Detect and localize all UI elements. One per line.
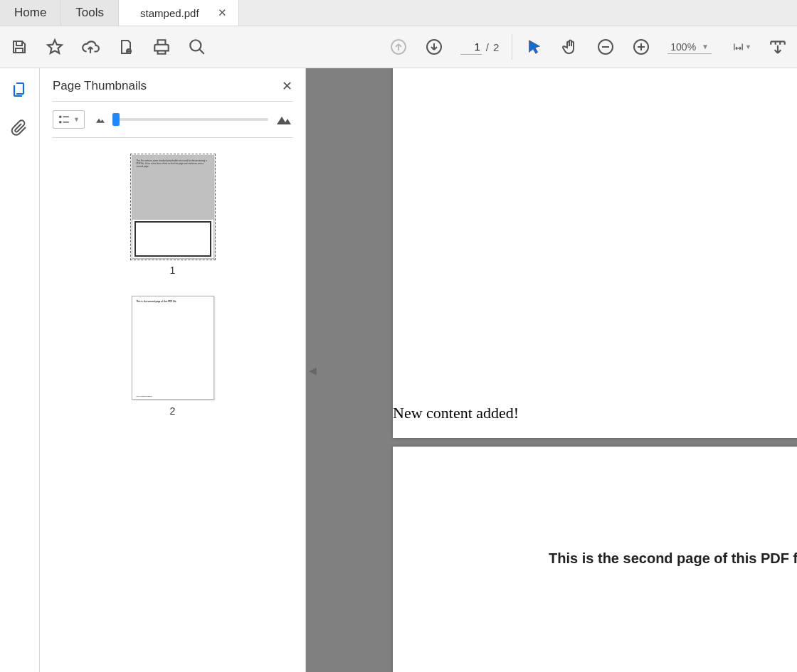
cloud-upload-icon[interactable] bbox=[81, 38, 100, 56]
thumb-size-slider[interactable] bbox=[113, 118, 268, 121]
page-lock-icon[interactable] bbox=[117, 38, 135, 56]
tab-tools[interactable]: Tools bbox=[61, 0, 119, 26]
page2-body-text: This is the second page of this PDF file… bbox=[461, 550, 797, 567]
tab-file[interactable]: stamped.pdf ✕ bbox=[119, 0, 239, 26]
panel-title: Page Thumbnails bbox=[53, 79, 147, 93]
attachments-rail-icon[interactable] bbox=[11, 119, 29, 138]
search-icon[interactable] bbox=[188, 38, 206, 56]
large-thumb-icon bbox=[275, 111, 292, 128]
file-tab-title: stamped.pdf bbox=[140, 7, 199, 19]
page-1: New content added! bbox=[393, 68, 797, 438]
left-rail bbox=[0, 68, 40, 672]
svg-rect-7 bbox=[59, 116, 61, 118]
current-page-input[interactable] bbox=[460, 39, 482, 55]
hand-tool-icon[interactable] bbox=[561, 38, 579, 56]
tab-home[interactable]: Home bbox=[0, 0, 61, 26]
document-area[interactable]: ◀ New content added! This is the second … bbox=[306, 68, 797, 672]
star-icon[interactable] bbox=[46, 38, 64, 56]
thumbnails-list: This file contains some standard placeho… bbox=[40, 138, 305, 672]
added-content-text: New content added! bbox=[393, 404, 519, 422]
thumbnail-1[interactable]: This file contains some standard placeho… bbox=[132, 155, 214, 276]
close-tab-button[interactable]: ✕ bbox=[218, 6, 227, 19]
page-sep-label: / bbox=[486, 41, 489, 53]
document-canvas: New content added! This is the second pa… bbox=[393, 68, 797, 672]
zoom-select[interactable]: 100% ▼ bbox=[667, 41, 712, 54]
page-2: This is the second page of this PDF file… bbox=[393, 447, 797, 672]
total-pages-label: 2 bbox=[493, 41, 499, 53]
svg-point-2 bbox=[190, 40, 201, 50]
read-mode-icon[interactable] bbox=[769, 38, 787, 56]
page-up-icon[interactable] bbox=[389, 38, 408, 56]
zoom-out-icon[interactable] bbox=[596, 38, 615, 56]
thumb1-footer-text: New content added! bbox=[137, 255, 152, 257]
save-icon[interactable] bbox=[10, 38, 28, 56]
workspace: Page Thumbnails ✕ ▼ bbox=[0, 68, 797, 672]
thumbnail-2[interactable]: This is the second page of this PDF file… bbox=[132, 296, 214, 417]
chevron-down-icon: ▼ bbox=[702, 43, 709, 50]
svg-rect-10 bbox=[63, 122, 69, 123]
close-panel-button[interactable]: ✕ bbox=[282, 78, 292, 94]
cursor-tool-icon[interactable] bbox=[525, 38, 544, 56]
zoom-value-label: 100% bbox=[670, 41, 696, 53]
thumb-toolbar: ▼ bbox=[40, 102, 305, 137]
collapse-panel-handle[interactable]: ◀ bbox=[306, 353, 319, 388]
thumb2-footer-text: New content added! bbox=[137, 395, 152, 398]
thumb2-preview-text: This is the second page of this PDF file… bbox=[132, 297, 213, 304]
thumb1-label: 1 bbox=[170, 265, 176, 276]
svg-rect-8 bbox=[59, 121, 61, 123]
small-thumb-icon bbox=[95, 114, 106, 125]
page-down-icon[interactable] bbox=[425, 38, 443, 56]
page-number-box: / 2 bbox=[460, 39, 500, 55]
zoom-in-icon[interactable] bbox=[632, 38, 650, 56]
thumb1-preview-text: This file contains some standard placeho… bbox=[132, 156, 213, 169]
thumb-options-button[interactable]: ▼ bbox=[53, 110, 85, 129]
thumb2-label: 2 bbox=[170, 405, 176, 417]
tab-strip: Home Tools stamped.pdf ✕ bbox=[0, 0, 797, 26]
main-toolbar: / 2 100% ▼ ▼ bbox=[0, 26, 797, 68]
thumbnails-panel: Page Thumbnails ✕ ▼ bbox=[40, 68, 306, 672]
svg-rect-1 bbox=[128, 50, 130, 52]
svg-rect-9 bbox=[63, 117, 69, 118]
fit-width-icon[interactable]: ▼ bbox=[733, 38, 751, 56]
thumbnails-rail-icon[interactable] bbox=[11, 81, 29, 100]
print-icon[interactable] bbox=[152, 38, 171, 56]
